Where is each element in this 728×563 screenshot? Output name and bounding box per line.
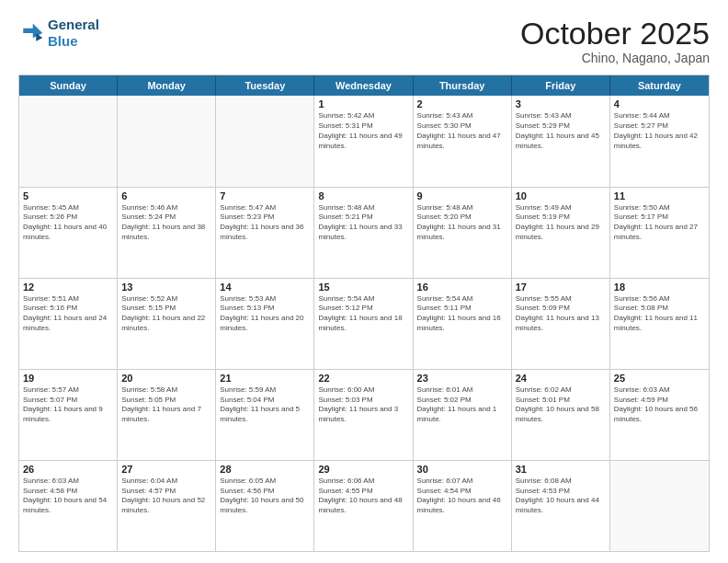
calendar-cell: 1Sunrise: 5:42 AM Sunset: 5:31 PM Daylig… (314, 96, 413, 186)
day-number: 18 (614, 282, 705, 293)
header-day-saturday: Saturday (610, 75, 709, 96)
page: General Blue October 2025 Chino, Nagano,… (0, 0, 728, 563)
cell-info: Sunrise: 6:03 AM Sunset: 4:58 PM Dayligh… (23, 477, 113, 516)
cell-info: Sunrise: 5:55 AM Sunset: 5:09 PM Dayligh… (516, 294, 606, 334)
day-number: 7 (220, 190, 310, 201)
calendar-cell: 27Sunrise: 6:04 AM Sunset: 4:57 PM Dayli… (118, 461, 216, 551)
calendar-cell: 12Sunrise: 5:51 AM Sunset: 5:16 PM Dayli… (19, 279, 118, 369)
cell-info: Sunrise: 5:45 AM Sunset: 5:26 PM Dayligh… (23, 203, 113, 243)
day-number: 27 (121, 464, 211, 475)
day-number: 9 (417, 190, 507, 201)
cell-info: Sunrise: 5:56 AM Sunset: 5:08 PM Dayligh… (614, 294, 705, 334)
cell-info: Sunrise: 5:47 AM Sunset: 5:23 PM Dayligh… (220, 203, 310, 243)
calendar-row-0: 1Sunrise: 5:42 AM Sunset: 5:31 PM Daylig… (19, 96, 709, 187)
day-number: 16 (417, 282, 507, 293)
day-number: 25 (614, 373, 705, 384)
calendar-cell (118, 96, 216, 186)
header-day-monday: Monday (118, 75, 216, 96)
calendar-cell: 2Sunrise: 5:43 AM Sunset: 5:30 PM Daylig… (414, 96, 512, 186)
cell-info: Sunrise: 5:49 AM Sunset: 5:19 PM Dayligh… (516, 203, 606, 243)
calendar-body: 1Sunrise: 5:42 AM Sunset: 5:31 PM Daylig… (19, 96, 709, 551)
cell-info: Sunrise: 5:51 AM Sunset: 5:16 PM Dayligh… (23, 294, 113, 334)
header-day-sunday: Sunday (19, 75, 118, 96)
cell-info: Sunrise: 5:52 AM Sunset: 5:15 PM Dayligh… (121, 294, 211, 334)
cell-info: Sunrise: 5:44 AM Sunset: 5:27 PM Dayligh… (614, 111, 705, 151)
calendar-cell: 13Sunrise: 5:52 AM Sunset: 5:15 PM Dayli… (118, 279, 216, 369)
cell-info: Sunrise: 5:46 AM Sunset: 5:24 PM Dayligh… (121, 203, 211, 243)
calendar-cell: 30Sunrise: 6:07 AM Sunset: 4:54 PM Dayli… (414, 461, 512, 551)
day-number: 26 (23, 464, 113, 475)
calendar-cell: 8Sunrise: 5:48 AM Sunset: 5:21 PM Daylig… (314, 188, 413, 278)
day-number: 15 (318, 282, 408, 293)
cell-info: Sunrise: 6:00 AM Sunset: 5:03 PM Dayligh… (318, 385, 408, 425)
logo-text: General Blue (48, 17, 99, 50)
calendar-cell: 17Sunrise: 5:55 AM Sunset: 5:09 PM Dayli… (512, 279, 610, 369)
calendar-cell: 21Sunrise: 5:59 AM Sunset: 5:04 PM Dayli… (216, 370, 314, 460)
cell-info: Sunrise: 5:43 AM Sunset: 5:30 PM Dayligh… (417, 111, 507, 151)
calendar-cell: 28Sunrise: 6:05 AM Sunset: 4:56 PM Dayli… (216, 461, 314, 551)
cell-info: Sunrise: 6:08 AM Sunset: 4:53 PM Dayligh… (516, 477, 606, 516)
calendar-cell: 6Sunrise: 5:46 AM Sunset: 5:24 PM Daylig… (118, 188, 216, 278)
day-number: 14 (220, 282, 310, 293)
calendar: SundayMondayTuesdayWednesdayThursdayFrid… (18, 75, 710, 552)
header-day-friday: Friday (512, 75, 610, 96)
day-number: 19 (23, 373, 113, 384)
calendar-cell: 18Sunrise: 5:56 AM Sunset: 5:08 PM Dayli… (610, 279, 709, 369)
day-number: 30 (417, 464, 507, 475)
calendar-cell (19, 96, 118, 186)
calendar-cell: 22Sunrise: 6:00 AM Sunset: 5:03 PM Dayli… (314, 370, 413, 460)
cell-info: Sunrise: 5:42 AM Sunset: 5:31 PM Dayligh… (318, 111, 408, 151)
day-number: 8 (318, 190, 408, 201)
calendar-cell: 20Sunrise: 5:58 AM Sunset: 5:05 PM Dayli… (118, 370, 216, 460)
header-day-tuesday: Tuesday (216, 75, 314, 96)
cell-info: Sunrise: 6:03 AM Sunset: 4:59 PM Dayligh… (614, 385, 705, 425)
calendar-cell: 7Sunrise: 5:47 AM Sunset: 5:23 PM Daylig… (216, 188, 314, 278)
calendar-cell: 10Sunrise: 5:49 AM Sunset: 5:19 PM Dayli… (512, 188, 610, 278)
day-number: 4 (614, 98, 705, 109)
calendar-row-1: 5Sunrise: 5:45 AM Sunset: 5:26 PM Daylig… (19, 188, 709, 279)
day-number: 21 (220, 373, 310, 384)
calendar-cell (216, 96, 314, 186)
day-number: 3 (516, 98, 606, 109)
calendar-cell: 19Sunrise: 5:57 AM Sunset: 5:07 PM Dayli… (19, 370, 118, 460)
cell-info: Sunrise: 5:48 AM Sunset: 5:20 PM Dayligh… (417, 203, 507, 243)
cell-info: Sunrise: 5:59 AM Sunset: 5:04 PM Dayligh… (220, 385, 310, 425)
cell-info: Sunrise: 5:58 AM Sunset: 5:05 PM Dayligh… (121, 385, 211, 425)
cell-info: Sunrise: 6:04 AM Sunset: 4:57 PM Dayligh… (121, 477, 211, 516)
cell-info: Sunrise: 5:54 AM Sunset: 5:12 PM Dayligh… (318, 294, 408, 334)
calendar-cell: 11Sunrise: 5:50 AM Sunset: 5:17 PM Dayli… (610, 188, 709, 278)
day-number: 17 (516, 282, 606, 293)
calendar-cell: 31Sunrise: 6:08 AM Sunset: 4:53 PM Dayli… (512, 461, 610, 551)
day-number: 23 (417, 373, 507, 384)
day-number: 31 (516, 464, 606, 475)
day-number: 11 (614, 190, 705, 201)
logo: General Blue (18, 17, 99, 50)
day-number: 2 (417, 98, 507, 109)
calendar-cell: 15Sunrise: 5:54 AM Sunset: 5:12 PM Dayli… (314, 279, 413, 369)
cell-info: Sunrise: 5:57 AM Sunset: 5:07 PM Dayligh… (23, 385, 113, 425)
day-number: 6 (121, 190, 211, 201)
calendar-cell: 9Sunrise: 5:48 AM Sunset: 5:20 PM Daylig… (414, 188, 512, 278)
calendar-row-2: 12Sunrise: 5:51 AM Sunset: 5:16 PM Dayli… (19, 279, 709, 370)
calendar-cell (610, 461, 709, 551)
cell-info: Sunrise: 6:07 AM Sunset: 4:54 PM Dayligh… (417, 477, 507, 516)
day-number: 29 (318, 464, 408, 475)
cell-info: Sunrise: 6:05 AM Sunset: 4:56 PM Dayligh… (220, 477, 310, 516)
calendar-header: SundayMondayTuesdayWednesdayThursdayFrid… (19, 75, 709, 96)
calendar-cell: 3Sunrise: 5:43 AM Sunset: 5:29 PM Daylig… (512, 96, 610, 186)
logo-icon (18, 20, 44, 46)
calendar-row-3: 19Sunrise: 5:57 AM Sunset: 5:07 PM Dayli… (19, 370, 709, 461)
header-day-wednesday: Wednesday (314, 75, 413, 96)
cell-info: Sunrise: 6:02 AM Sunset: 5:01 PM Dayligh… (516, 385, 606, 425)
calendar-cell: 24Sunrise: 6:02 AM Sunset: 5:01 PM Dayli… (512, 370, 610, 460)
calendar-cell: 5Sunrise: 5:45 AM Sunset: 5:26 PM Daylig… (19, 188, 118, 278)
calendar-cell: 29Sunrise: 6:06 AM Sunset: 4:55 PM Dayli… (314, 461, 413, 551)
day-number: 24 (516, 373, 606, 384)
day-number: 28 (220, 464, 310, 475)
header: General Blue October 2025 Chino, Nagano,… (18, 17, 710, 65)
cell-info: Sunrise: 6:01 AM Sunset: 5:02 PM Dayligh… (417, 385, 507, 425)
day-number: 13 (121, 282, 211, 293)
location-title: Chino, Nagano, Japan (520, 51, 710, 65)
header-day-thursday: Thursday (414, 75, 512, 96)
day-number: 1 (318, 98, 408, 109)
